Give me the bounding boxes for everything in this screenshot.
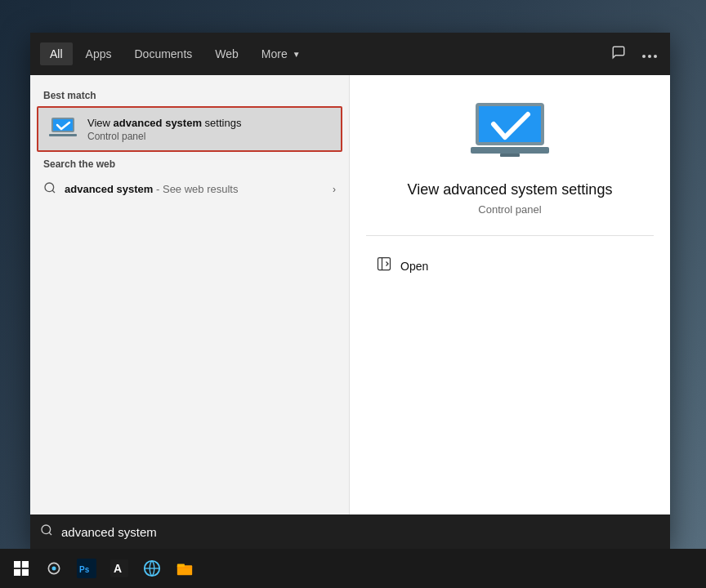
search-window: All Apps Documents Web More ▼ — [30, 33, 670, 547]
svg-rect-17 — [14, 569, 20, 576]
more-dropdown-arrow: ▼ — [293, 50, 301, 59]
web-search-text: advanced system - See web results — [65, 183, 324, 195]
svg-point-2 — [654, 55, 657, 58]
detail-icon-area — [469, 100, 551, 168]
svg-rect-9 — [479, 106, 541, 142]
open-label: Open — [400, 260, 428, 273]
svg-line-7 — [52, 190, 55, 193]
svg-rect-15 — [14, 561, 20, 568]
more-options-icon[interactable] — [639, 43, 660, 65]
svg-rect-11 — [500, 154, 520, 157]
tab-documents[interactable]: Documents — [124, 42, 202, 65]
svg-point-13 — [42, 525, 51, 534]
search-input[interactable] — [61, 525, 660, 539]
search-bar — [30, 514, 670, 549]
nav-bar: All Apps Documents Web More ▼ — [30, 33, 670, 75]
svg-rect-5 — [49, 134, 77, 136]
web-search-suffix: - See web results — [153, 183, 238, 195]
search-bar-icon — [40, 523, 53, 540]
right-panel: View advanced system settings Control pa… — [349, 75, 670, 547]
best-match-subtitle: Control panel — [87, 131, 331, 142]
left-panel: Best match View advanced system settings… — [30, 75, 349, 547]
tab-all[interactable]: All — [40, 42, 73, 65]
svg-point-6 — [45, 183, 54, 192]
detail-title: View advanced system settings — [408, 181, 613, 198]
nav-tabs: All Apps Documents Web More ▼ — [40, 42, 608, 65]
cortana-icon[interactable] — [39, 554, 69, 583]
web-search-item[interactable]: advanced system - See web results › — [34, 175, 346, 203]
content-area: Best match View advanced system settings… — [30, 75, 670, 547]
feedback-icon[interactable] — [608, 42, 629, 66]
web-search-query: advanced system — [65, 183, 153, 195]
svg-point-0 — [642, 55, 646, 58]
tab-apps[interactable]: Apps — [76, 42, 122, 65]
detail-subtitle: Control panel — [478, 203, 541, 216]
svg-text:A: A — [114, 562, 122, 575]
svg-rect-18 — [22, 569, 29, 576]
detail-laptop-icon — [469, 100, 551, 165]
svg-rect-10 — [471, 147, 549, 154]
best-match-item[interactable]: View advanced system settings Control pa… — [37, 106, 342, 152]
best-match-title: View advanced system settings — [87, 116, 331, 131]
open-icon — [376, 256, 392, 276]
start-button[interactable] — [7, 554, 36, 583]
web-search-label: Search the web — [30, 154, 349, 173]
svg-rect-16 — [22, 561, 29, 568]
best-match-icon — [48, 114, 78, 144]
nav-actions — [608, 42, 660, 66]
web-search-icon — [43, 181, 56, 197]
detail-divider — [366, 235, 654, 236]
svg-point-20 — [52, 567, 56, 571]
svg-rect-28 — [177, 564, 185, 568]
best-match-text: View advanced system settings Control pa… — [87, 116, 331, 142]
svg-point-1 — [648, 55, 651, 58]
browser-icon[interactable] — [137, 554, 167, 583]
svg-text:Ps: Ps — [79, 565, 90, 574]
file-explorer-icon[interactable] — [170, 554, 199, 583]
best-match-label: Best match — [30, 85, 349, 105]
open-button[interactable]: Open — [366, 249, 654, 283]
photoshop-icon[interactable]: Ps — [72, 554, 101, 583]
web-search-arrow-icon: › — [333, 184, 336, 195]
tab-more[interactable]: More ▼ — [252, 42, 311, 65]
font-icon[interactable]: A — [105, 554, 134, 583]
svg-line-14 — [49, 532, 51, 535]
taskbar: Ps A — [0, 549, 706, 588]
tab-web[interactable]: Web — [205, 42, 248, 65]
